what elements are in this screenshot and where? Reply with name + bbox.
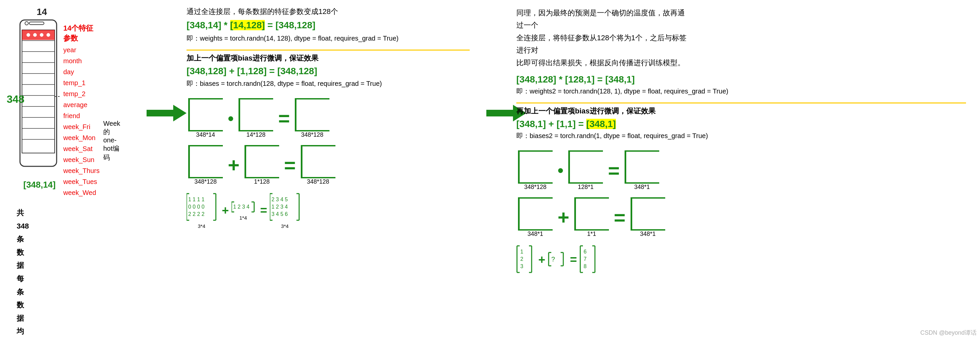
small-matrix-c: 2 3 4 5 1 2 3 4 3 4 5 6 3*4 [270, 192, 300, 229]
svg-rect-1 [22, 30, 55, 153]
svg-text:3 4 5 6: 3 4 5 6 [272, 211, 288, 217]
right-dot-1: • [558, 161, 564, 180]
right-bias-section: 再加上一个偏置项bias进行微调，保证效果 [348,1] + [1,1] = … [516, 103, 966, 141]
svg-text:2 2 2 2: 2 2 2 2 [188, 211, 205, 217]
right-matrix-2: 128*1 [568, 150, 603, 191]
small-matrix-b: 1 2 3 4 1*4 [232, 200, 255, 221]
feature-item: week_Tues [63, 176, 100, 187]
feature-item: month [63, 55, 100, 66]
formula1-part1: [348,14] * [186, 20, 230, 30]
feature-item: week_Thurs [63, 165, 100, 176]
svg-point-17 [40, 33, 43, 36]
svg-point-13 [25, 22, 28, 25]
code1-line: 即：weights = torch.randn(14, 128), dtype … [186, 34, 470, 43]
svg-text:1 1 1 1: 1 1 1 1 [188, 197, 205, 202]
feature-item: week_Fri [63, 122, 100, 133]
right-bias-title: 再加上一个偏置项bias进行微调，保证效果 [516, 106, 966, 116]
right-formula1-text: [348,128] * [128,1] = [348,1] [516, 74, 635, 84]
feature-list: yearmonthdaytemp_1temp_2averagefriendwee… [63, 44, 100, 198]
bias-title: 加上一个偏置项bias进行微调，保证效果 [186, 53, 470, 63]
right-equals-1: = [608, 159, 620, 182]
right-matrix-viz-2: 348*1 + 1*1 = 348*1 [516, 197, 966, 237]
right-code1: 即：weights2 = torch.randn(128, 1), dtype … [516, 87, 966, 96]
right-add-2: 1*1 [574, 197, 609, 237]
feature-item: temp_1 [63, 77, 100, 89]
right-add-3: 348*1 [631, 197, 665, 237]
matrix-block-1: 348*14 [188, 98, 223, 138]
right-formula2-part1: [348,1] + [1,1] = [516, 119, 586, 129]
svg-text:?: ? [551, 256, 555, 263]
right-formula2: [348,1] + [1,1] = [348,1] [516, 119, 966, 130]
plus-op-1: + [228, 154, 240, 177]
right-note: 同理，因为最终的预测是一个确切的温度值，故再通过一个 全连接层，将特征参数从12… [516, 7, 689, 69]
svg-text:1: 1 [520, 249, 523, 255]
svg-text:1 2 3 4: 1 2 3 4 [233, 204, 250, 210]
svg-text:2 3 4 5: 2 3 4 5 [272, 197, 288, 202]
dot-op-1: • [228, 109, 234, 128]
right-small-matrix-c: 6 7 8 [580, 244, 596, 275]
matrix-block-2: 14*128 [239, 98, 273, 138]
right-formula1: [348,128] * [128,1] = [348,1] [516, 74, 966, 85]
right-small-plus: + [538, 253, 545, 267]
arrow-to-middle [146, 103, 186, 125]
svg-text:7: 7 [584, 256, 587, 262]
small-equals: = [260, 204, 267, 218]
svg-rect-14 [29, 22, 44, 25]
row-count-label: 348 [7, 93, 24, 106]
matrix-size-label: [348,14] [23, 180, 56, 190]
svg-text:6: 6 [584, 249, 587, 255]
right-matrix-viz-1: 348*128 • 128*1 = 348*1 [516, 150, 966, 191]
right-add-1: 348*1 [518, 197, 553, 237]
svg-point-18 [47, 33, 50, 36]
formula2: [348,128] + [1,128] = [348,128] [186, 66, 317, 76]
right-equals-2: = [614, 206, 625, 229]
right-section: 同理，因为最终的预测是一个确切的温度值，故再通过一个 全连接层，将特征参数从12… [516, 7, 966, 275]
feature-item: day [63, 66, 100, 77]
svg-point-15 [27, 33, 30, 36]
equals-op-1: = [278, 107, 290, 130]
svg-text:2: 2 [520, 256, 523, 262]
features-title-label: 14个特征参数 yearmonthdaytemp_1temp_2averagef… [63, 23, 100, 198]
feature-item: friend [63, 111, 100, 122]
matrix-block-3: 348*128 [295, 98, 329, 138]
feature-item: week_Sun [63, 154, 100, 165]
right-small-matrix-example: 1 2 3 + ? [516, 244, 966, 275]
feature-item: year [63, 44, 100, 55]
feature-item: week_Wed [63, 187, 100, 198]
svg-marker-20 [146, 105, 186, 122]
right-small-equals: = [570, 253, 577, 267]
right-plus-1: + [558, 206, 569, 229]
summary-text: 共348条数据 每条数据均包含14个特征参数 [17, 206, 29, 340]
right-formula2-highlight: [348,1] [586, 119, 616, 129]
svg-text:1 2 3 4: 1 2 3 4 [272, 204, 288, 210]
code2-line: 即：biases = torch.randn(128, dtype = floa… [186, 79, 470, 88]
matrix-viz-1: 348*14 • 14*128 = 348*128 [186, 98, 470, 138]
middle-section: 通过全连接层，每条数据的特征参数变成128个 [348,14] * [14,12… [186, 7, 470, 229]
small-matrix-a: 1 1 1 1 0 0 0 0 2 2 2 2 3*4 [186, 192, 216, 229]
feature-item: average [63, 100, 100, 111]
watermark: CSDN @beyond谭话 [920, 329, 977, 337]
formula1-part2: = [348,128] [265, 20, 315, 30]
small-matrix-example: 1 1 1 1 0 0 0 0 2 2 2 2 3*4 + 1 2 3 4 [186, 192, 470, 229]
week-onehot-label: Week的one-hot编码 [103, 120, 120, 162]
matrix-add-1: 348*128 [188, 145, 223, 185]
feature-item: week_Mon [63, 133, 100, 143]
matrix-viz-2: 348*128 + 1*128 = 348*128 [186, 145, 470, 185]
feature-item: temp_2 [63, 89, 100, 100]
svg-text:8: 8 [584, 264, 587, 269]
equals-op-2: = [284, 154, 296, 177]
small-plus: + [222, 204, 229, 218]
formula1-highlight: [14,128] [230, 20, 265, 30]
middle-title: 通过全连接层，每条数据的特征参数变成128个 [186, 7, 470, 17]
matrix-add-3: 348*128 [301, 145, 336, 185]
feature-item: week_Sat [63, 143, 100, 154]
formula1-line: [348,14] * [14,128] = [348,128] [186, 20, 470, 31]
svg-text:3: 3 [520, 264, 523, 269]
right-code2: 即：biases2 = torch.randn(1, dtype = float… [516, 131, 966, 141]
bias-section: 加上一个偏置项bias进行微调，保证效果 [348,128] + [1,128]… [186, 49, 470, 88]
right-small-matrix-a: 1 2 3 [516, 244, 533, 275]
right-small-matrix-b: ? [548, 251, 565, 269]
matrix-add-2: 1*128 [245, 145, 279, 185]
svg-text:0 0 0 0: 0 0 0 0 [188, 204, 205, 210]
svg-point-16 [33, 33, 37, 36]
